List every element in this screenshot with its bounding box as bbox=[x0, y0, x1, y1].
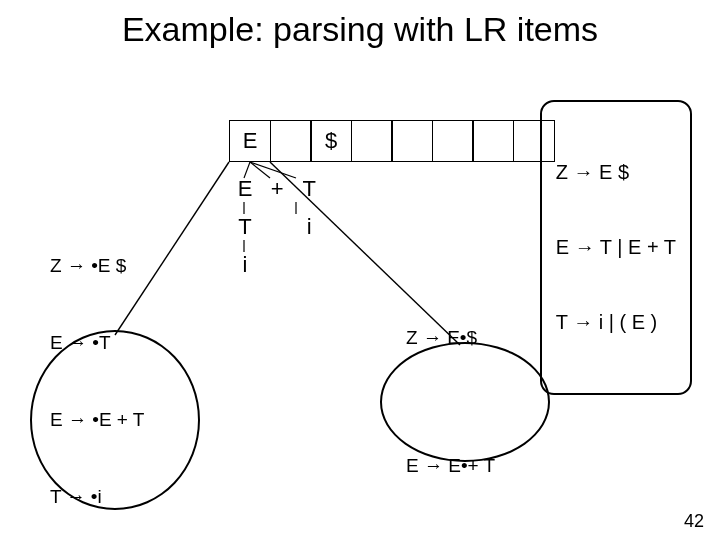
tape-cell bbox=[472, 120, 514, 162]
tape-cell bbox=[351, 120, 393, 162]
lr-item: Z → E•$ bbox=[406, 325, 495, 351]
grammar-line: T → i | ( E ) bbox=[556, 310, 676, 335]
lr-item: E → •T bbox=[50, 330, 144, 356]
slide: Example: parsing with LR items E $ Z → E… bbox=[0, 0, 720, 540]
item-set-start: Z → •E $ E → •T E → •E + T T → •i T → •(… bbox=[30, 330, 200, 510]
grammar-line: E → T | E + T bbox=[556, 235, 676, 260]
tape-cell bbox=[270, 120, 312, 162]
lr-item: T → •i bbox=[50, 484, 144, 510]
tree-node: T bbox=[296, 178, 322, 200]
lr-item: Z → •E $ bbox=[50, 253, 144, 279]
tree-node: i bbox=[232, 254, 258, 276]
grammar-line: Z → E $ bbox=[556, 160, 676, 185]
tape-cell bbox=[432, 120, 474, 162]
slide-number: 42 bbox=[684, 511, 704, 532]
grammar-box: Z → E $ E → T | E + T T → i | ( E ) bbox=[540, 100, 692, 395]
tree-node: i bbox=[296, 216, 322, 238]
tree-node: E bbox=[232, 178, 258, 200]
tree-node: T bbox=[232, 216, 258, 238]
tape-cell: E bbox=[229, 120, 271, 162]
tape-cell: $ bbox=[310, 120, 352, 162]
slide-title: Example: parsing with LR items bbox=[0, 10, 720, 49]
lr-item: E → •E + T bbox=[50, 407, 144, 433]
item-set-after-E: Z → E•$ E → E•+ T bbox=[380, 342, 550, 462]
tape-cell bbox=[391, 120, 433, 162]
tree-node: + bbox=[264, 178, 290, 200]
input-tape: E $ bbox=[229, 120, 555, 162]
lr-item: E → E•+ T bbox=[406, 453, 495, 479]
